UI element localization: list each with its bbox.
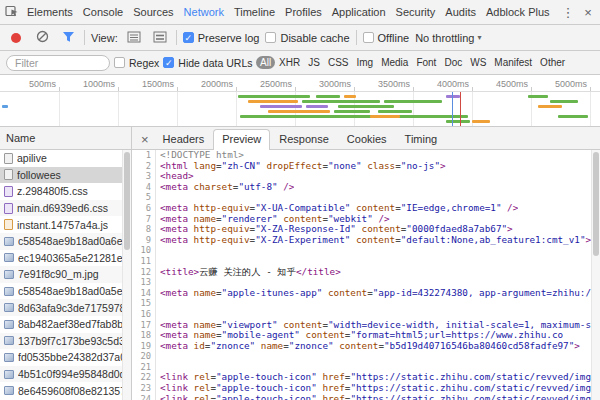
img-file-icon	[4, 253, 14, 262]
filter-pill-all[interactable]: All	[256, 56, 274, 69]
hide-data-urls-toggle[interactable]: ✓ Hide data URLs	[163, 57, 252, 69]
detail-tab-response[interactable]: Response	[270, 129, 338, 149]
xhr-file-icon	[4, 153, 13, 164]
filter-toggle-button[interactable]	[58, 28, 78, 48]
waterfall-bar	[316, 95, 340, 98]
request-name: z.298480f5.css	[17, 185, 88, 197]
detail-tab-cookies[interactable]: Cookies	[338, 129, 396, 149]
tab-adblock-plus[interactable]: Adblock Plus	[481, 0, 555, 24]
tab-network[interactable]: Network	[179, 0, 229, 24]
preserve-log-toggle[interactable]: ✓ Preserve log	[183, 32, 260, 44]
source-code: 1<!DOCTYPE html>2<html lang="zh-CN" drop…	[132, 150, 600, 400]
token: "https://static.zhihu.com/static/revved/…	[350, 372, 600, 382]
clear-button[interactable]	[32, 28, 52, 48]
token: content	[328, 288, 367, 298]
filter-pill-media[interactable]: Media	[378, 56, 412, 69]
request-row[interactable]: 8ab482aef38ed7fab8bd4314…	[0, 316, 131, 333]
request-row[interactable]: 8d63afa9c3de7175978fae5d…	[0, 299, 131, 316]
tab-sources[interactable]: Sources	[128, 0, 178, 24]
filter-pill-img[interactable]: Img	[353, 56, 377, 69]
filter-pill-font[interactable]: Font	[413, 56, 440, 69]
filter-pill-doc[interactable]: Doc	[441, 56, 466, 69]
filter-pill-js[interactable]: JS	[305, 56, 324, 69]
detail-close-button[interactable]: ×	[134, 133, 154, 149]
filter-pill-xhr[interactable]: XHR	[276, 56, 304, 69]
waterfall-bar	[248, 100, 298, 103]
request-row[interactable]: fd0535bbe24382d37a0ef35d…	[0, 349, 131, 366]
detail-tab-preview[interactable]: Preview	[213, 129, 270, 150]
list-view-icon	[127, 31, 141, 45]
request-row[interactable]: 7e91f8c90_m.jpg	[0, 266, 131, 283]
throttling-select[interactable]: No throttling ▾	[415, 32, 481, 44]
request-name: fd0535bbe24382d37a0ef35d…	[18, 351, 127, 363]
regex-toggle[interactable]: Regex	[114, 57, 159, 69]
request-list: apilivefolloweesz.298480f5.cssmain.d6939…	[0, 150, 132, 400]
clear-icon	[36, 30, 49, 45]
token: <meta	[160, 341, 188, 351]
request-row[interactable]: 4b51c0f994e95848d0d0da90…	[0, 366, 131, 383]
filter-input[interactable]	[6, 55, 110, 71]
request-row[interactable]: followees	[0, 167, 131, 184]
request-row[interactable]: ec1940365a5e21281e1936b…	[0, 250, 131, 267]
line-number: 1	[132, 150, 156, 161]
inspect-button[interactable]	[2, 2, 22, 22]
request-row[interactable]: z.298480f5.css	[0, 183, 131, 200]
tick-label: 4500ms	[496, 79, 531, 89]
tab-timeline[interactable]: Timeline	[229, 0, 280, 24]
token: href	[322, 372, 344, 382]
tick-label: 4000ms	[437, 79, 472, 89]
record-button[interactable]	[6, 28, 26, 48]
detail-tab-headers[interactable]: Headers	[154, 129, 214, 149]
waterfall-overview[interactable]	[0, 92, 600, 127]
line-content: <meta name="apple-itunes-app" content="a…	[156, 288, 600, 299]
scrollbar-thumb[interactable]	[124, 152, 130, 250]
tab-security[interactable]: Security	[391, 0, 441, 24]
request-row[interactable]: main.d6939ed6.css	[0, 200, 131, 217]
detail-tab-timing[interactable]: Timing	[396, 129, 447, 149]
filter-pill-css[interactable]: CSS	[324, 56, 352, 69]
tab-audits[interactable]: Audits	[440, 0, 481, 24]
scrollbar-thumb[interactable]	[593, 152, 599, 256]
tab-application[interactable]: Application	[327, 0, 391, 24]
tab-elements[interactable]: Elements	[22, 0, 78, 24]
view-small-rows-button[interactable]	[124, 28, 144, 48]
line-number: 14	[132, 288, 156, 299]
devtools-menu-button[interactable]: ⋮	[558, 2, 578, 22]
tab-console[interactable]: Console	[78, 0, 128, 24]
filter-pill-other[interactable]: Other	[537, 56, 569, 69]
token: />	[502, 203, 519, 213]
request-row[interactable]: c58548ae9b18ad0a5e79f64e…	[0, 283, 131, 300]
request-row[interactable]: instant.14757a4a.js	[0, 216, 131, 233]
request-row[interactable]: c58548ae9b18ad0a6e853290649e4…	[0, 233, 131, 250]
token: "0000fdaed8a7ab67"	[406, 224, 507, 234]
request-row[interactable]: apilive	[0, 150, 131, 167]
devtools-close-button[interactable]: ×	[578, 2, 598, 22]
token: <html	[160, 161, 188, 171]
name-column-header[interactable]: Name	[0, 127, 132, 150]
tab-profiles[interactable]: Profiles	[280, 0, 327, 24]
filter-pill-manifest[interactable]: Manifest	[491, 56, 536, 69]
disable-cache-toggle[interactable]: Disable cache	[265, 32, 349, 44]
toolbar-separator	[84, 30, 85, 45]
token: "X-UA-Compatible"	[255, 203, 350, 213]
waterfall-bar	[370, 115, 400, 118]
filter-pill-ws[interactable]: WS	[467, 56, 490, 69]
token: <meta	[160, 320, 188, 330]
token: href	[322, 394, 344, 400]
domcontentloaded-line	[452, 92, 453, 126]
line-number: 4	[132, 182, 156, 193]
line-number: 19	[132, 341, 156, 352]
tick-mark	[177, 87, 178, 91]
request-row[interactable]: 8e6459608f08e82135737f0c7…	[0, 382, 131, 399]
token: 云赚 关注的人 - 知乎	[199, 267, 296, 277]
toolbar-separator	[176, 30, 177, 45]
view-large-rows-button[interactable]	[150, 28, 170, 48]
request-row[interactable]: 137b9f7c173be93c5d35fe4c2…	[0, 333, 131, 350]
token: <link	[160, 394, 188, 400]
line-content: <meta http-equiv="X-ZA-Response-Id" cont…	[156, 224, 513, 235]
token: "no-js"	[401, 161, 440, 171]
offline-toggle[interactable]: Offline	[363, 32, 410, 44]
request-name: 8ab482aef38ed7fab8bd4314…	[18, 318, 127, 330]
token: href	[322, 383, 344, 393]
token: dropEffect	[266, 161, 322, 171]
